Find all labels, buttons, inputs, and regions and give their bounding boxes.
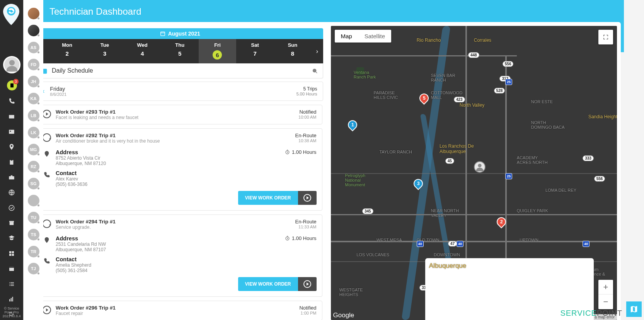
search-icon[interactable] — [312, 67, 318, 74]
day-cell[interactable]: Mon2 — [48, 39, 86, 63]
work-order-card[interactable]: Work Order #296 Trip #1 Faucet repair No… — [37, 301, 322, 320]
svg-rect-8 — [11, 175, 13, 176]
user-avatar[interactable] — [28, 8, 39, 19]
day-cell[interactable]: Wed4 — [123, 39, 161, 63]
user-avatar[interactable] — [28, 25, 39, 36]
corner-map-button[interactable] — [626, 301, 642, 317]
user-avatar[interactable]: MG — [28, 144, 39, 155]
map-user-pin[interactable] — [474, 161, 486, 173]
user-avatar[interactable]: SG — [28, 178, 39, 189]
user-avatar[interactable]: FD — [28, 59, 39, 70]
map-zoom-in[interactable]: + — [598, 280, 613, 294]
map-label: ACADEMYACRES NORTH — [517, 155, 548, 165]
day-cell[interactable]: Thu5 — [161, 39, 199, 63]
trips-count: 5 Trips — [296, 86, 317, 92]
view-work-order-button[interactable]: VIEW WORK ORDER — [238, 191, 298, 205]
user-avatar[interactable]: TU — [28, 212, 39, 223]
day-cell[interactable]: Sat7 — [236, 39, 274, 63]
day-cell[interactable]: Fri6 — [199, 39, 236, 63]
route-shield: 333 — [583, 155, 594, 161]
user-avatar[interactable]: TR — [28, 246, 39, 257]
user-avatar[interactable]: TJ — [28, 263, 39, 274]
work-order-card[interactable]: Work Order #293 Trip #1 Facet is leaking… — [37, 105, 322, 124]
start-trip-button[interactable] — [298, 277, 317, 291]
map-label: SEVEN BARRANCH — [431, 73, 455, 82]
nav-check-icon[interactable] — [6, 202, 17, 213]
nav-grid-icon[interactable] — [6, 248, 17, 259]
svg-rect-2 — [9, 115, 14, 118]
svg-point-22 — [9, 60, 14, 65]
notification-count: 3 — [13, 79, 19, 84]
nav-list-icon[interactable] — [6, 278, 17, 289]
start-trip-button[interactable] — [298, 191, 317, 205]
contact-name: Amelia Shepherd — [56, 262, 91, 268]
day-cell[interactable]: Tue3 — [86, 39, 123, 63]
user-avatar[interactable] — [28, 195, 39, 206]
work-order-list: Work Order #293 Trip #1 Facet is leaking… — [37, 105, 323, 320]
nav-clipboard-icon[interactable] — [6, 157, 17, 168]
work-order-card[interactable]: Work Order #294 Trip #1 Service upgrade.… — [37, 214, 322, 297]
google-logo: Google — [333, 311, 354, 319]
map-surface[interactable]: Rio RanchoCorralesVentanaRanch ParkPARAD… — [331, 26, 617, 320]
svg-rect-5 — [10, 160, 14, 165]
map[interactable]: Rio RanchoCorralesVentanaRanch ParkPARAD… — [331, 26, 617, 320]
work-order-time: 11:33 AM — [295, 225, 317, 229]
nav-education-icon[interactable] — [6, 233, 17, 244]
nav-globe-icon[interactable] — [6, 187, 17, 198]
work-order-title: Work Order #293 Trip #1 — [56, 109, 294, 115]
user-avatar[interactable]: LB — [28, 110, 39, 121]
contact-phone: (505) 636-3636 — [56, 182, 87, 187]
brand-logo: SERVICEPOINT — [560, 309, 622, 318]
address-label: Address — [56, 235, 106, 242]
svg-point-10 — [9, 205, 14, 211]
nav-archive-icon[interactable] — [6, 217, 17, 228]
map-type-map[interactable]: Map — [335, 30, 358, 43]
nav-briefcase-icon[interactable] — [6, 172, 17, 183]
daily-schedule-title: Daily Schedule — [52, 67, 308, 74]
nav-calendar-icon[interactable] — [6, 263, 17, 274]
svg-rect-7 — [9, 176, 14, 179]
route-shield: 423 — [454, 97, 465, 102]
map-zoom-out[interactable]: − — [598, 294, 613, 309]
map-pin[interactable]: 5 — [417, 92, 431, 105]
notification-badge[interactable]: 3 — [7, 80, 17, 90]
user-avatar[interactable]: RZ — [28, 161, 39, 172]
svg-rect-21 — [12, 297, 13, 301]
view-work-order-button[interactable]: VIEW WORK ORDER — [238, 277, 298, 291]
nav-location-icon[interactable] — [6, 141, 17, 153]
nav-chart-icon[interactable] — [6, 293, 17, 305]
work-order-card[interactable]: Work Order #292 Trip #1 Air conditioner … — [37, 128, 322, 211]
svg-rect-16 — [12, 254, 14, 256]
nav-card-icon[interactable] — [6, 111, 17, 122]
map-label: DOWNTOWN — [434, 252, 460, 257]
svg-point-30 — [46, 238, 48, 240]
map-label: LOS VOLCANES — [356, 252, 389, 257]
week-next[interactable]: › — [312, 39, 323, 63]
current-user-avatar[interactable] — [3, 56, 20, 73]
map-type-satellite[interactable]: Satellite — [358, 30, 391, 43]
day-cell[interactable]: Sun8 — [274, 39, 311, 63]
user-avatar[interactable]: AS — [28, 42, 39, 53]
work-order-status: En-Route — [295, 133, 317, 138]
map-column: Rio RanchoCorralesVentanaRanch ParkPARAD… — [331, 26, 617, 320]
phone-icon — [43, 257, 51, 264]
user-avatar[interactable]: TS — [28, 229, 39, 240]
nav-image-icon[interactable] — [6, 126, 17, 137]
svg-rect-12 — [10, 222, 14, 225]
map-type-switch: Map Satellite — [335, 30, 392, 43]
nav-phone-icon[interactable] — [6, 96, 17, 107]
user-avatar[interactable]: JH — [28, 76, 39, 87]
interstate-shield: 25 — [505, 79, 512, 85]
phone-icon — [43, 171, 51, 178]
map-pin[interactable]: 1 — [346, 118, 359, 131]
user-avatar[interactable]: LK — [28, 127, 39, 138]
duration: 1.00 Hours — [285, 235, 317, 241]
address-label: Address — [56, 149, 106, 155]
interstate-shield: 40 — [583, 241, 589, 247]
map-fullscreen[interactable] — [598, 30, 613, 44]
map-label: NORTHDOMINGO BACA — [531, 120, 565, 129]
compass-icon — [43, 220, 51, 228]
user-avatar[interactable]: KA — [28, 93, 39, 104]
address-line2: Albuquerque, NM 87107 — [56, 247, 106, 252]
route-shield: 556 — [594, 176, 605, 182]
